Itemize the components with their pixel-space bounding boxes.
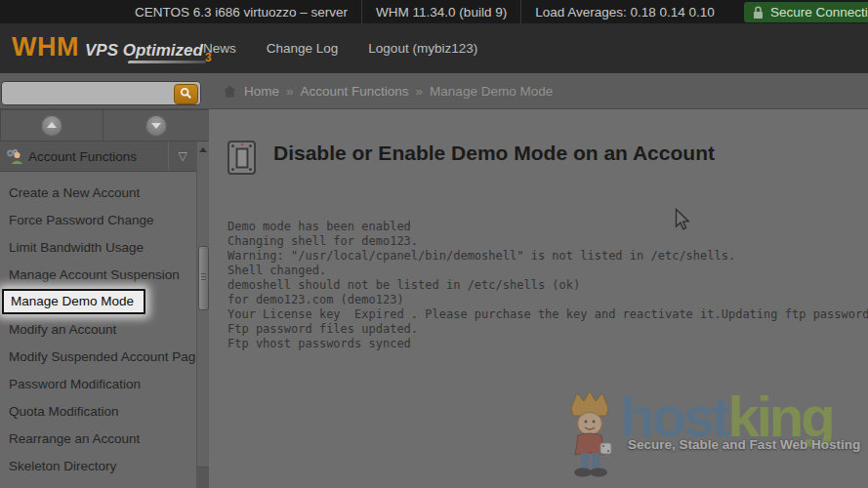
load-averages: Load Averages: 0.18 0.14 0.10 <box>520 0 728 23</box>
search-input[interactable] <box>7 83 155 105</box>
breadcrumb-separator: » <box>416 84 424 99</box>
home-icon <box>223 85 237 98</box>
sidebar-menu: Create a New Account Force Password Chan… <box>0 172 196 488</box>
logo-underline <box>127 61 206 63</box>
breadcrumb-account-functions[interactable]: Account Functions <box>301 84 409 99</box>
nav-bar: WHM VPS Optimized 3 News Change Log Logo… <box>0 23 868 73</box>
breadcrumb-separator: » <box>286 84 294 99</box>
sidebar-scroll-down-button[interactable] <box>103 109 210 142</box>
top-status-bar: CENTOS 6.3 i686 virtuozzo – server WHM 1… <box>0 0 868 23</box>
sidebar-item-force-password-change[interactable]: Force Password Change <box>0 207 196 234</box>
breadcrumb-home[interactable]: Home <box>244 84 279 99</box>
search-breadcrumb-row: Home » Account Functions » Manage Demo M… <box>0 73 868 109</box>
scrollbar-thumb[interactable] <box>198 246 209 310</box>
account-functions-icon <box>6 148 23 164</box>
brand-tagline: Secure, Stable and Fast Web Hosting <box>628 437 860 452</box>
hostking-mascot-icon <box>561 388 618 484</box>
console-line: Demo mode has been enabled <box>227 220 868 234</box>
demo-mode-switch-icon <box>227 141 256 175</box>
sidebar-item-manage-demo-mode[interactable]: Manage Demo Mode <box>2 289 145 314</box>
scrollbar-bottom-cap <box>197 467 209 488</box>
sidebar-scroll-up-button[interactable] <box>0 109 103 142</box>
sidebar-item-manage-account-suspension[interactable]: Manage Account Suspension <box>0 262 196 289</box>
console-line: Warning: "/usr/local/cpanel/bin/demoshel… <box>227 249 868 264</box>
sidebar: Account Functions ▽ Create a New Account… <box>0 142 196 488</box>
brand-host: host <box>620 385 727 448</box>
hostking-logo-text: hostking Secure, Stable and Fast Web Hos… <box>620 388 860 452</box>
lock-icon <box>753 6 764 20</box>
sidebar-item-quota-modification[interactable]: Quota Modification <box>0 398 196 426</box>
scroll-down-icon <box>145 115 167 137</box>
sidebar-item-modify-an-account[interactable]: Modify an Account <box>0 316 196 344</box>
breadcrumb-current-page: Manage Demo Mode <box>430 84 553 99</box>
console-line: Ftp vhost passwords synced <box>227 337 868 351</box>
nav-link-news[interactable]: News <box>203 41 236 56</box>
console-line: Shell changed. <box>227 264 868 278</box>
sidebar-item-create-a-new-account[interactable]: Create a New Account <box>0 180 196 207</box>
sidebar-item-skeleton-directory[interactable]: Skeleton Directory <box>0 453 196 480</box>
sidebar-item-modify-suspended-account-page[interactable]: Modify Suspended Account Page <box>0 344 196 371</box>
console-line: for demo123.com (demo123) <box>227 293 868 307</box>
main-content: Disable or Enable Demo Mode on an Accoun… <box>209 109 868 488</box>
scroll-up-icon <box>41 115 62 137</box>
sidebar-item-limit-bandwidth-usage[interactable]: Limit Bandwidth Usage <box>0 234 196 262</box>
server-info: CENTOS 6.3 i686 virtuozzo – server <box>121 0 361 23</box>
sidebar-item-password-modification[interactable]: Password Modification <box>0 371 196 398</box>
nav-link-logout[interactable]: Logout (mybiz123) <box>368 41 477 56</box>
nav-link-change-log[interactable]: Change Log <box>267 41 339 56</box>
sidebar-scrollbar[interactable] <box>196 142 209 488</box>
brand-king: king <box>727 385 832 448</box>
whm-logo-text: WHM <box>12 32 79 61</box>
console-line: Changing shell for demo123. <box>227 234 868 249</box>
chevron-down-icon[interactable]: ▽ <box>168 142 196 170</box>
search-icon <box>180 86 192 103</box>
sidebar-item-rearrange-an-account[interactable]: Rearrange an Account <box>0 426 196 453</box>
secure-connection-label: Secure Connection <box>770 5 868 20</box>
sidebar-section-account-functions[interactable]: Account Functions ▽ <box>0 142 196 172</box>
page-title: Disable or Enable Demo Mode on an Accoun… <box>273 142 715 165</box>
sidebar-item-manage-demo-mode-slot: Manage Demo Mode <box>0 289 196 316</box>
sidebar-item-terminate-an-account[interactable]: Terminate an Account <box>0 480 196 488</box>
vps-optimized-text: VPS Optimized <box>85 41 203 63</box>
console-line: Ftp password files updated. <box>227 322 868 337</box>
sidebar-section-label: Account Functions <box>28 149 137 164</box>
server-status-group: CENTOS 6.3 i686 virtuozzo – server WHM 1… <box>121 0 728 23</box>
breadcrumb: Home » Account Functions » Manage Demo M… <box>223 73 553 108</box>
console-output: Demo mode has been enabled Changing shel… <box>227 220 868 351</box>
secure-connection-badge: Secure Connection <box>744 2 868 22</box>
console-line: Your License key Expired . Please purcha… <box>227 307 868 322</box>
console-line: demoshell should not be listed in /etc/s… <box>227 278 868 293</box>
sidebar-search-box <box>1 81 201 105</box>
hostking-watermark: hostking Secure, Stable and Fast Web Hos… <box>561 388 860 484</box>
nav-links: News Change Log Logout (mybiz123) <box>203 23 477 73</box>
scrollbar-up-icon[interactable] <box>199 147 207 152</box>
whm-logo[interactable]: WHM VPS Optimized 3 <box>12 32 212 63</box>
search-button[interactable] <box>174 84 198 104</box>
whm-version: WHM 11.34.0 (build 9) <box>361 0 520 23</box>
